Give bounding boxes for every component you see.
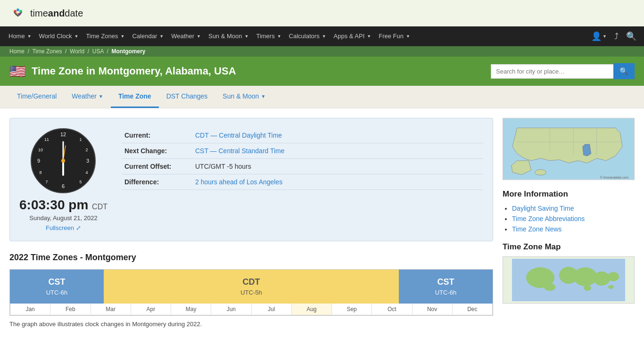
list-item: Time Zone News: [512, 225, 635, 233]
info-row-difference: Difference: 2 hours ahead of Los Angeles: [122, 174, 483, 190]
svg-point-26: [535, 170, 546, 175]
world-map-mini: [512, 259, 625, 301]
month-labels: JanFebMarAprMayJunJulAugSepOctNovDec: [10, 304, 493, 315]
logo-header: timeanddate: [0, 0, 644, 26]
svg-text:7: 7: [46, 180, 48, 184]
dst-link[interactable]: Daylight Saving Time: [512, 205, 574, 212]
month-label: Nov: [413, 304, 453, 315]
tz-abbrev-link[interactable]: Time Zone Abbreviations: [512, 215, 585, 222]
nav-free-fun[interactable]: Free Fun ▼: [375, 26, 414, 46]
breadcrumb-usa[interactable]: USA: [92, 48, 104, 55]
tz-map-section: Time Zone Map: [503, 242, 635, 304]
tab-bar: Time/General Weather ▼ Time Zone DST Cha…: [0, 86, 644, 108]
breadcrumb-time-zones[interactable]: Time Zones: [32, 48, 62, 55]
breadcrumb-home[interactable]: Home: [9, 48, 25, 55]
search-button[interactable]: 🔍: [613, 63, 635, 79]
search-box: 🔍: [491, 63, 635, 79]
nav-weather[interactable]: Weather ▼: [167, 26, 205, 46]
svg-point-1: [14, 10, 17, 13]
timeanddate-logo-icon: [9, 5, 26, 22]
tab-weather[interactable]: Weather ▼: [64, 86, 111, 108]
svg-text:9: 9: [37, 158, 40, 164]
top-nav: Home ▼ World Clock ▼ Time Zones ▼ Calend…: [0, 26, 644, 46]
tz-section: 2022 Time Zones - Montgomery CST UTC-6h …: [9, 253, 493, 328]
share-icon-button[interactable]: ⤴: [611, 30, 621, 43]
nav-calculators[interactable]: Calculators ▼: [285, 26, 330, 46]
breadcrumb: Home / Time Zones / World / USA / Montgo…: [0, 46, 644, 57]
clock-right: Current: CDT — Central Daylight Time Nex…: [122, 128, 483, 190]
page-title-bar: 🇺🇸 Time Zone in Montgomery, Alabama, USA…: [0, 57, 644, 86]
chevron-down-icon: ▼: [121, 26, 125, 46]
nav-home[interactable]: Home ▼: [5, 26, 35, 46]
breadcrumb-world[interactable]: World: [70, 48, 84, 55]
tz-bar: CST UTC-6h CDT UTC-5h CST UTC-6h: [10, 270, 493, 304]
nav-calendar[interactable]: Calendar ▼: [128, 26, 167, 46]
difference-link[interactable]: 2 hours ahead of Los Angeles: [195, 178, 282, 186]
chevron-down-icon: ▼: [261, 94, 265, 99]
chevron-down-icon: ▼: [74, 26, 78, 46]
info-row-next-change: Next Change: CST — Central Standard Time: [122, 143, 483, 159]
page-title: Time Zone in Montgomery, Alabama, USA: [32, 65, 236, 77]
svg-point-41: [608, 285, 614, 289]
svg-text:5: 5: [80, 180, 82, 184]
svg-point-40: [584, 285, 591, 291]
timezone-label: CDT: [92, 203, 107, 211]
nav-world-clock[interactable]: World Clock ▼: [35, 26, 83, 46]
svg-point-22: [61, 159, 65, 163]
nav-time-zones[interactable]: Time Zones ▼: [82, 26, 128, 46]
svg-text:11: 11: [44, 137, 49, 142]
nav-timers[interactable]: Timers ▼: [252, 26, 285, 46]
breadcrumb-current: Montgomery: [112, 48, 146, 55]
svg-marker-24: [512, 128, 622, 163]
svg-text:8: 8: [40, 170, 42, 175]
tab-sun-moon[interactable]: Sun & Moon ▼: [215, 86, 273, 108]
user-icon-button[interactable]: 👤▼: [588, 29, 610, 43]
nav-icon-group: 👤▼ ⤴ 🔍: [588, 29, 639, 43]
nav-apps-api[interactable]: Apps & API ▼: [330, 26, 375, 46]
svg-point-0: [10, 6, 25, 21]
page-title-content: 🇺🇸 Time Zone in Montgomery, Alabama, USA: [9, 64, 236, 79]
chevron-down-icon: ▼: [277, 26, 281, 46]
svg-marker-27: [583, 144, 591, 156]
tab-dst-changes[interactable]: DST Changes: [159, 86, 215, 108]
month-label: Mar: [91, 304, 131, 315]
search-input[interactable]: [491, 64, 613, 79]
month-label: Jul: [252, 304, 292, 315]
clock-left: 12 3 6 9 1 2 4 5 11 10 8 7: [19, 128, 107, 231]
chevron-down-icon: ▼: [367, 26, 371, 46]
clock-info-table: Current: CDT — Central Daylight Time Nex…: [122, 128, 483, 190]
tab-time-general[interactable]: Time/General: [9, 86, 64, 108]
clock-svg: 12 3 6 9 1 2 4 5 11 10 8 7: [30, 128, 96, 194]
svg-point-38: [608, 272, 619, 281]
month-label: Oct: [372, 304, 412, 315]
logo-text: timeanddate: [30, 8, 83, 19]
analog-clock: 12 3 6 9 1 2 4 5 11 10 8 7: [30, 128, 96, 194]
tz-news-link[interactable]: Time Zone News: [512, 225, 561, 233]
next-change-link[interactable]: CST — Central Standard Time: [195, 147, 285, 155]
fullscreen-link[interactable]: Fullscreen ⤢: [46, 224, 81, 231]
current-tz-link[interactable]: CDT — Central Daylight Time: [195, 132, 282, 139]
svg-text:10: 10: [38, 148, 43, 152]
list-item: Time Zone Abbreviations: [512, 215, 635, 222]
tz-map-title: Time Zone Map: [503, 242, 635, 252]
month-label: Aug: [292, 304, 332, 315]
chevron-down-icon: ▼: [245, 26, 249, 46]
svg-text:12: 12: [60, 132, 66, 137]
tz-bar-wrapper: CST UTC-6h CDT UTC-5h CST UTC-6h JanFebM…: [9, 269, 493, 316]
clock-section: 12 3 6 9 1 2 4 5 11 10 8 7: [9, 118, 493, 241]
svg-point-2: [17, 8, 19, 11]
nav-sun-moon[interactable]: Sun & Moon ▼: [205, 26, 252, 46]
digital-time: 6:03:30 pm CDT: [19, 197, 107, 213]
month-label: Jan: [10, 304, 50, 315]
svg-text:1: 1: [80, 137, 82, 142]
fullscreen-icon: ⤢: [76, 224, 81, 231]
chevron-down-icon: ▼: [197, 26, 201, 46]
usa-map: © timeanddate.com: [503, 118, 634, 180]
month-label: Jun: [211, 304, 251, 315]
svg-text:2: 2: [86, 148, 88, 152]
tab-time-zone[interactable]: Time Zone: [111, 86, 159, 108]
tz-section-title: 2022 Time Zones - Montgomery: [9, 253, 493, 263]
svg-point-39: [544, 283, 555, 291]
search-icon-button[interactable]: 🔍: [623, 29, 639, 43]
tz-segment-cdt: CDT UTC-5h: [104, 270, 399, 304]
